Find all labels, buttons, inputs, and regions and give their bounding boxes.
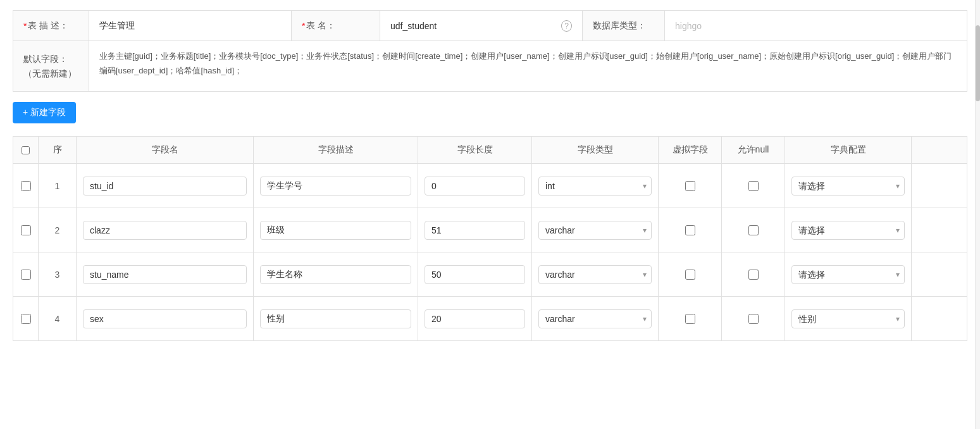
- select-all-checkbox[interactable]: [22, 146, 30, 154]
- allow-null-checkbox[interactable]: [748, 314, 759, 324]
- default-fields-value: 业务主键[guid]；业务标题[title]；业务模块号[doc_type]；业…: [89, 41, 967, 91]
- row-checkbox-cell: [13, 164, 39, 208]
- virtual-checkbox[interactable]: [685, 314, 695, 324]
- th-field-type: 字段类型: [532, 137, 659, 163]
- dict-config-select[interactable]: 请选择性别状态是否: [791, 221, 905, 240]
- db-type-value-cell: highgo: [665, 11, 967, 40]
- field-type-select[interactable]: intvarchartextbigintdecimaldatetimedateb…: [538, 309, 652, 328]
- new-field-button[interactable]: + 新建字段: [13, 102, 76, 123]
- table-desc-label: * 表 描 述：: [13, 11, 89, 40]
- row-dict-config: 请选择性别状态是否▾: [785, 164, 912, 208]
- row-allow-null: [722, 297, 785, 340]
- row-actions: [912, 297, 943, 340]
- field-length-input[interactable]: [425, 265, 525, 284]
- field-desc-input[interactable]: [260, 265, 411, 284]
- row-virtual: [659, 164, 722, 208]
- field-name-input[interactable]: [83, 221, 247, 240]
- row-dict-config: 请选择性别状态是否▾: [785, 252, 912, 296]
- th-dict-config: 字典配置: [785, 137, 912, 163]
- field-type-select[interactable]: intvarchartextbigintdecimaldatetimedateb…: [538, 177, 652, 196]
- table-desc-input[interactable]: [99, 21, 281, 31]
- row-field-length: [418, 164, 532, 208]
- row-checkbox-cell: [13, 297, 39, 340]
- row-field-length: [418, 297, 532, 340]
- row-field-desc: [254, 208, 418, 252]
- virtual-checkbox[interactable]: [685, 225, 695, 235]
- row-checkbox-cell: [13, 252, 39, 296]
- dict-config-select[interactable]: 请选择性别状态是否: [791, 177, 905, 196]
- table-row: 4intvarchartextbigintdecimaldatetimedate…: [13, 297, 967, 341]
- row-dict-config: 请选择性别状态是否▾: [785, 208, 912, 252]
- row-allow-null: [722, 164, 785, 208]
- default-fields-label: 默认字段： （无需新建）: [13, 41, 89, 91]
- row-allow-null: [722, 252, 785, 296]
- field-desc-input[interactable]: [260, 309, 411, 328]
- allow-null-checkbox[interactable]: [748, 181, 759, 191]
- field-desc-input[interactable]: [260, 221, 411, 240]
- row-field-name: [77, 208, 254, 252]
- db-type-label: 数据库类型：: [583, 11, 665, 40]
- row-field-length: [418, 208, 532, 252]
- scrollbar-thumb[interactable]: [976, 25, 980, 101]
- table-header: 序 字段名 字段描述 字段长度 字段类型 虚拟字段 允许null 字典配置: [13, 137, 967, 164]
- row-num: 2: [39, 208, 77, 252]
- table-name-input[interactable]: [390, 21, 557, 31]
- field-name-input[interactable]: [83, 177, 247, 196]
- row-field-type: intvarchartextbigintdecimaldatetimedateb…: [532, 297, 659, 340]
- table-name-value-cell: ?: [380, 11, 583, 40]
- row-virtual: [659, 208, 722, 252]
- allow-null-checkbox[interactable]: [748, 270, 759, 280]
- field-type-select[interactable]: intvarchartextbigintdecimaldatetimedateb…: [538, 221, 652, 240]
- virtual-checkbox[interactable]: [685, 181, 695, 191]
- row-checkbox[interactable]: [21, 314, 31, 324]
- allow-null-checkbox[interactable]: [748, 225, 759, 235]
- hint-icon[interactable]: ?: [561, 20, 572, 32]
- row-field-name: [77, 252, 254, 296]
- row-actions: [912, 252, 943, 296]
- table-row: 2intvarchartextbigintdecimaldatetimedate…: [13, 208, 967, 252]
- row-field-type: intvarchartextbigintdecimaldatetimedateb…: [532, 208, 659, 252]
- table-desc-required: *: [23, 21, 27, 31]
- toolbar: + 新建字段: [13, 94, 967, 131]
- row-actions: [912, 208, 943, 252]
- row-field-desc: [254, 297, 418, 340]
- field-length-input[interactable]: [425, 221, 525, 240]
- th-allow-null: 允许null: [722, 137, 785, 163]
- row-field-name: [77, 297, 254, 340]
- virtual-checkbox[interactable]: [685, 270, 695, 280]
- row-field-desc: [254, 164, 418, 208]
- row-virtual: [659, 252, 722, 296]
- table-row: 3intvarchartextbigintdecimaldatetimedate…: [13, 252, 967, 297]
- row-field-type: intvarchartextbigintdecimaldatetimedateb…: [532, 252, 659, 296]
- row-virtual: [659, 297, 722, 340]
- row-num: 3: [39, 252, 77, 296]
- th-checkbox: [13, 137, 39, 163]
- row-dict-config: 请选择性别状态是否▾: [785, 297, 912, 340]
- th-num: 序: [39, 137, 77, 163]
- row-checkbox-cell: [13, 208, 39, 252]
- dict-config-select[interactable]: 请选择性别状态是否: [791, 265, 905, 284]
- field-name-input[interactable]: [83, 309, 247, 328]
- th-field-length: 字段长度: [418, 137, 532, 163]
- row-num: 1: [39, 164, 77, 208]
- field-length-input[interactable]: [425, 309, 525, 328]
- table-desc-value-cell: [89, 11, 292, 40]
- field-desc-input[interactable]: [260, 177, 411, 196]
- row-field-length: [418, 252, 532, 296]
- row-num: 4: [39, 297, 77, 340]
- th-actions: [912, 137, 943, 163]
- field-name-input[interactable]: [83, 265, 247, 284]
- row-checkbox[interactable]: [21, 225, 31, 235]
- table-body: 1intvarchartextbigintdecimaldatetimedate…: [13, 164, 967, 341]
- row-actions: [912, 164, 943, 208]
- dict-config-select[interactable]: 请选择性别状态是否: [791, 309, 905, 328]
- row-field-name: [77, 164, 254, 208]
- form-row-1: * 表 描 述： * 表 名： ? 数据库类型： highgo: [13, 11, 967, 41]
- field-type-select[interactable]: intvarchartextbigintdecimaldatetimedateb…: [538, 265, 652, 284]
- field-table: 序 字段名 字段描述 字段长度 字段类型 虚拟字段 允许null 字典配置 1i…: [13, 136, 967, 341]
- row-checkbox[interactable]: [21, 181, 31, 191]
- field-length-input[interactable]: [425, 177, 525, 196]
- top-form: * 表 描 述： * 表 名： ? 数据库类型： highgo: [13, 10, 967, 92]
- row-field-desc: [254, 252, 418, 296]
- row-checkbox[interactable]: [21, 270, 31, 280]
